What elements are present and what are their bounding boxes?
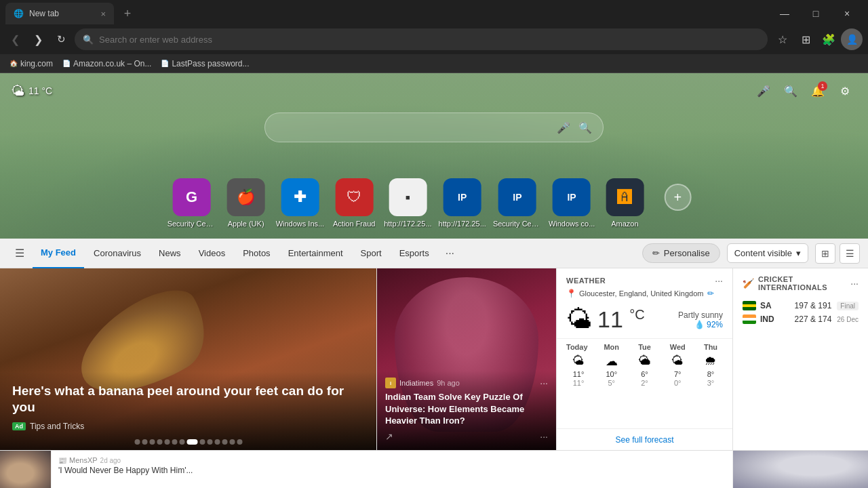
cricket-header: 🏏 CRICKET INTERNATIONALS ··· [733,268,868,296]
weather-card-title: WEATHER [566,277,606,285]
quick-link-6[interactable]: IP http://172.25... [439,178,486,228]
mic-button[interactable]: 🎤 [751,79,776,103]
back-button[interactable]: ❮ [5,30,24,49]
tab-sport[interactable]: Sport [353,239,390,268]
refresh-button[interactable]: ↻ [52,30,71,49]
tab-favicon: 🌐 [14,9,24,18]
ad-icon: Ad [12,422,26,430]
profile-button[interactable]: 👤 [841,28,863,50]
active-tab[interactable]: 🌐 New tab × [5,3,114,24]
extensions-icon[interactable]: 🧩 [818,28,840,50]
tab-photos[interactable]: Photos [235,239,278,268]
forward-button[interactable]: ❯ [28,30,47,49]
window-controls: — □ × [769,3,863,24]
quick-link-8[interactable]: IP Windows co... [549,178,595,228]
collections-icon[interactable]: ⊞ [795,28,816,50]
content-visible-dropdown[interactable]: Content visible ▾ [727,243,808,263]
bookmark-item-3[interactable]: 📄 LastPass password... [157,58,253,70]
hamburger-menu[interactable]: ☰ [8,243,31,264]
nav-icons: ☆ ⊞ 🧩 👤 [772,28,863,50]
weather-top-icon: 🌤 [11,83,24,99]
match-date: 26 Dec [837,316,859,323]
bottom-article-1[interactable] [0,451,51,488]
search-mic-icon[interactable]: 🎤 [557,121,570,134]
article-large[interactable]: Here's what a banana peel around your fe… [0,268,376,450]
close-button[interactable]: × [831,3,863,24]
search-button-top[interactable]: 🔍 [778,79,803,103]
bookmark-item-2[interactable]: 📄 Amazon.co.uk – On... [58,58,155,70]
tab-more[interactable]: ··· [439,239,461,268]
notification-badge: 1 [818,81,827,91]
quick-link-4[interactable]: 🛡 Action Fraud [331,178,377,228]
quick-link-label-5: http://172.25... [384,220,431,228]
tab-coronavirus[interactable]: Coronavirus [85,239,149,268]
article-medium-overlay-1: i Indiatimes 9h ago ··· Indian Team Solv… [377,371,556,450]
article-time-1: 9h ago [437,379,460,387]
article-source-label: Tips and Tricks [30,422,84,431]
see-full-forecast[interactable]: See full forecast [615,435,673,445]
search-input[interactable] [276,122,549,134]
bottom-source-name: MensXP [69,456,98,464]
nav-tabs-bar: ☰ My Feed Coronavirus News Videos Photos… [0,239,868,268]
quick-link-7[interactable]: IP Security Cent... [493,178,542,228]
cricket-icon: 🏏 [743,278,754,289]
see-forecast-link[interactable]: See full forecast [557,428,732,450]
quick-link-icon-4: 🛡 [335,178,373,216]
address-input[interactable] [99,35,760,45]
source-icon-1: i [385,378,396,388]
add-shortcut-button[interactable]: + [654,178,701,211]
forecast-header: Today Mon Tue Wed Thu [566,343,723,351]
view-toggle-grid[interactable]: ⊞ [815,243,835,264]
new-tab-button[interactable]: + [118,7,137,21]
article-share-icon[interactable]: ↗ [385,431,393,442]
view-toggle-list[interactable]: ☰ [840,243,860,264]
bottom-article-3[interactable] [732,451,868,488]
maximize-button[interactable]: □ [800,3,831,24]
forecast-high-row: 11° 10° 6° 7° 8° [566,370,723,378]
quick-link-5[interactable]: ■ http://172.25... [384,178,431,228]
weather-more-icon[interactable]: ··· [715,275,723,286]
tab-title: New tab [29,9,59,18]
location-edit-icon[interactable]: ✏ [707,289,714,298]
weather-description: Partly sunny [678,310,723,320]
sa-flag [743,301,756,310]
search-container: 🎤 🔍 [264,113,604,142]
address-bar[interactable]: 🔍 [75,28,768,50]
quick-link-1[interactable]: G Security Cent... [167,178,216,228]
tab-my-feed[interactable]: My Feed [33,239,84,268]
quick-link-label-1: Security Cent... [167,220,216,228]
quick-link-label-2: Apple (UK) [228,220,264,228]
article-medium-1[interactable]: i Indiatimes 9h ago ··· Indian Team Solv… [377,268,556,450]
tab-bar: 🌐 New tab × + — □ × [0,0,868,24]
top-right-icons: 🎤 🔍 🔔 1 ⚙ [751,79,857,103]
cricket-section: 🏏 CRICKET INTERNATIONALS ··· SA [733,268,868,329]
tab-videos[interactable]: Videos [191,239,234,268]
browser-chrome: 🌐 New tab × + — □ × ❮ ❯ ↻ 🔍 ☆ ⊞ 🧩 👤 🏠 [0,0,868,73]
weather-top: 🌤 11 °C [11,83,52,99]
article-large-source: Ad Tips and Tricks [12,422,364,431]
bottom-article-2[interactable]: 📰 MensXP 2d ago 'I Would Never Be Happy … [51,451,732,488]
weather-location-row: 📍 Gloucester, England, United Kingdom ✏ [557,289,732,302]
weather-temp-display: 11 °C [597,308,645,331]
search-icon[interactable]: 🔍 [578,121,592,134]
settings-button[interactable]: ⚙ [833,79,857,103]
minimize-button[interactable]: — [769,3,800,24]
search-bar[interactable]: 🎤 🔍 [264,113,604,142]
favorites-icon[interactable]: ☆ [772,28,793,50]
quick-link-2[interactable]: 🍎 Apple (UK) [223,178,269,228]
tab-news[interactable]: News [151,239,189,268]
article-more-btn-1[interactable]: ··· [540,431,548,442]
personalise-button[interactable]: ✏ Personalise [642,243,720,263]
tab-close-icon[interactable]: × [100,9,106,19]
article-large-overlay: Here's what a banana peel around your fe… [0,372,376,450]
tab-esports[interactable]: Esports [391,239,437,268]
quick-link-9[interactable]: 🅰 Amazon [601,178,648,228]
news-section: ☰ My Feed Coronavirus News Videos Photos… [0,239,868,488]
notification-button[interactable]: 🔔 1 [806,79,830,103]
cricket-match[interactable]: SA 197 & 191 Final IND [733,296,868,329]
bookmark-item-1[interactable]: 🏠 king.com [5,58,57,70]
article-more-1[interactable]: ··· [540,378,548,388]
cricket-more[interactable]: ··· [850,278,859,289]
tab-entertainment[interactable]: Entertainment [280,239,351,268]
quick-link-3[interactable]: ✚ Windows Ins... [276,178,325,228]
